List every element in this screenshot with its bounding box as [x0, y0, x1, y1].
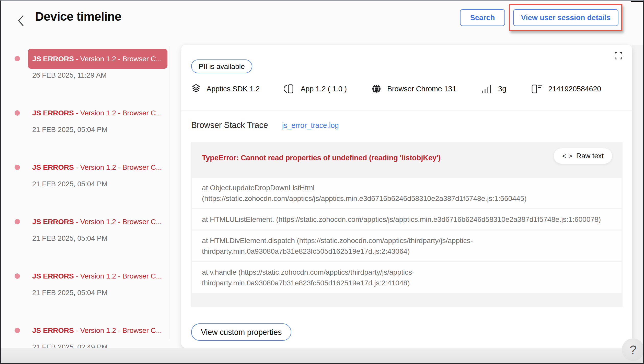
error-type-label: JS ERRORS	[32, 272, 74, 280]
error-type-label: JS ERRORS	[32, 326, 74, 334]
timeline-scrollbar[interactable]	[169, 46, 169, 339]
section-title: Browser Stack Trace	[191, 120, 268, 130]
item-title-rest: - Version 1.2 - Browser C...	[74, 109, 162, 117]
item-title-rest: - Version 1.2 - Browser C...	[74, 272, 162, 280]
meta-label: Apptics SDK 1.2	[206, 85, 260, 93]
chevron-left-icon	[16, 14, 25, 27]
stack-frame-row: at v.handle (https://static.zohocdn.com/…	[192, 262, 622, 293]
back-button[interactable]	[15, 14, 26, 28]
timeline-item-title[interactable]: JS ERRORS - Version 1.2 - Browser C...	[32, 326, 168, 335]
timeline-dot-icon	[15, 165, 20, 170]
stack-trace-panel: TypeError: Cannot read properties of und…	[191, 142, 623, 307]
meta-label: Browser Chrome 131	[387, 85, 456, 93]
timeline-dot-icon	[15, 219, 20, 224]
item-title-rest: - Version 1.2 - Browser C...	[74, 55, 162, 63]
timeline-dot-icon	[15, 273, 20, 279]
expand-fullscreen-button[interactable]	[614, 51, 623, 60]
item-title-rest: - Version 1.2 - Browser C...	[74, 163, 162, 171]
page-bottom-strip	[1, 348, 643, 364]
page-title: Device timeline	[35, 9, 121, 23]
meta-item-mobile-app: App 1.2 ( 1.0 )	[284, 83, 347, 94]
device-id-icon	[531, 83, 543, 94]
pii-available-badge: PII is available	[191, 59, 252, 73]
meta-label: App 1.2 ( 1.0 )	[301, 85, 347, 93]
timeline-dot-icon	[15, 56, 20, 61]
device-timeline-screen: Device timeline Search View user session…	[0, 0, 644, 364]
timeline-item-title[interactable]: JS ERRORS - Version 1.2 - Browser C...	[32, 109, 168, 117]
page-background-strip	[632, 45, 644, 348]
code-brackets-icon: < >	[562, 152, 573, 160]
help-button[interactable]: ?	[622, 338, 644, 361]
item-title-rest: - Version 1.2 - Browser C...	[74, 326, 162, 334]
stack-trace-header: TypeError: Cannot read properties of und…	[191, 142, 623, 178]
session-detail-card: PII is available Apptics SDK 1.2App 1.2 …	[181, 45, 632, 348]
timeline-item-title[interactable]: JS ERRORS - Version 1.2 - Browser C...	[32, 163, 168, 172]
stack-frame-row: at HTMLDivElement.dispatch (https://stat…	[192, 230, 622, 261]
expand-icon	[614, 51, 623, 60]
timeline-list-item[interactable]: JS ERRORS - Version 1.2 - Browser C...21…	[1, 103, 169, 147]
error-type-label: JS ERRORS	[32, 55, 74, 63]
timeline-dot-icon	[15, 328, 20, 333]
stack-frame-row: at Object.updateDropDownListHtml (https:…	[192, 178, 622, 208]
raw-text-button[interactable]: < > Raw text	[554, 148, 612, 164]
meta-item-globe: Browser Chrome 131	[371, 84, 456, 94]
stack-frame-list: at Object.updateDropDownListHtml (https:…	[191, 178, 623, 293]
meta-item-layers: Apptics SDK 1.2	[191, 84, 260, 94]
timeline-list-item[interactable]: JS ERRORS - Version 1.2 - Browser C...21…	[1, 212, 169, 255]
error-type-label: JS ERRORS	[32, 163, 74, 171]
signal-icon	[481, 84, 492, 94]
divider	[181, 111, 632, 111]
view-custom-properties-button[interactable]: View custom properties	[191, 323, 291, 341]
error-message: TypeError: Cannot read properties of und…	[202, 154, 515, 162]
item-timestamp: 21 FEB 2025, 05:04 PM	[32, 234, 108, 242]
timeline-dot-icon	[15, 110, 20, 116]
timeline-list-item[interactable]: JS ERRORS - Version 1.2 - Browser C...21…	[1, 266, 169, 310]
meta-item-signal: 3g	[481, 84, 506, 94]
mobile-app-icon	[284, 83, 295, 94]
item-title-rest: - Version 1.2 - Browser C...	[74, 217, 162, 226]
timeline-list-item[interactable]: JS ERRORS - Version 1.2 - Browser C...21…	[1, 157, 169, 201]
meta-label: 2141920584620	[548, 85, 601, 93]
timeline-item-title-selected[interactable]: JS ERRORS - Version 1.2 - Browser C...	[28, 49, 167, 69]
timeline-list-item[interactable]: JS ERRORS - Version 1.2 - Browser C...26…	[1, 49, 169, 92]
error-type-label: JS ERRORS	[32, 217, 74, 226]
layers-icon	[191, 84, 201, 94]
item-timestamp: 26 FEB 2025, 11:29 AM	[32, 71, 107, 79]
search-button[interactable]: Search	[460, 9, 505, 26]
item-timestamp: 21 FEB 2025, 05:04 PM	[32, 126, 108, 134]
view-user-session-details-button[interactable]: View user session details	[513, 9, 618, 26]
item-timestamp: 21 FEB 2025, 05:04 PM	[32, 180, 108, 188]
meta-label: 3g	[498, 85, 506, 93]
globe-icon	[371, 84, 382, 94]
raw-text-label: Raw text	[576, 152, 604, 160]
error-type-label: JS ERRORS	[32, 109, 74, 117]
meta-item-device-id: 2141920584620	[531, 83, 601, 94]
error-trace-log-link[interactable]: js_error_trace.log	[282, 121, 339, 130]
timeline-item-title[interactable]: JS ERRORS - Version 1.2 - Browser C...	[32, 217, 168, 226]
item-timestamp: 21 FEB 2025, 05:04 PM	[32, 289, 108, 297]
window-corner-artifact	[631, 0, 644, 2]
stack-frame-row: at HTMLUListElement. (https://static.zoh…	[192, 209, 622, 229]
timeline-item-title[interactable]: JS ERRORS - Version 1.2 - Browser C...	[32, 272, 168, 280]
device-meta-row: Apptics SDK 1.2App 1.2 ( 1.0 )Browser Ch…	[191, 81, 617, 96]
